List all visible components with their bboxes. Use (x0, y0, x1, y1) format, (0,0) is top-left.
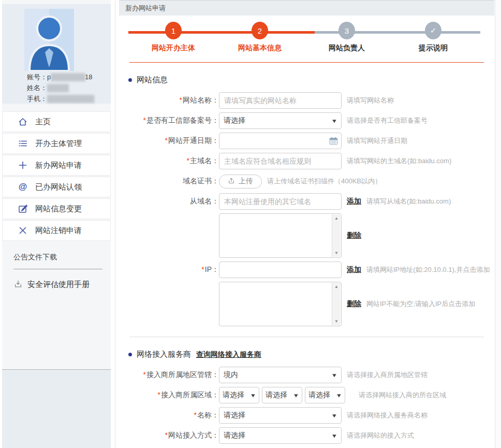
step-1-circle: 1 (165, 22, 182, 39)
sidebar-item-label: 已办网站认领 (35, 182, 82, 192)
security-manual-link[interactable]: 安全评估使用手册 (13, 279, 102, 290)
step-2-circle: 2 (252, 22, 268, 39)
required-mark: * (187, 156, 189, 165)
isp-name-hint: 请选择网络接入服务商名称 (347, 411, 428, 420)
name-line: 姓名：█████ (27, 82, 94, 93)
sidebar-item-subject-mgmt[interactable]: 开办主体管理 (2, 133, 111, 154)
row-site-name: *网站名称： 请填写网站名称 (119, 92, 494, 109)
sidebar-item-new-site[interactable]: 新办网站申请 (2, 155, 111, 176)
required-mark: * (143, 370, 146, 379)
sidebar-background: 账号：p████████18 姓名：█████ 手机：███████████ 主… (2, 0, 111, 448)
sub-domain-add-link[interactable]: 添加 (347, 197, 361, 206)
icp-select[interactable]: 请选择 ▼ (219, 112, 342, 129)
phone-line: 手机：███████████ (27, 93, 94, 104)
avatar (24, 9, 74, 71)
main-panel: 新办网站申请 1 网站开办主体 2 网站基本信息 3 网站负责人 ✓ 提示说明 … (119, 0, 494, 448)
sidebar: 账号：p████████18 姓名：█████ 手机：███████████ 主… (0, 0, 115, 448)
step-4-label: 提示说明 (397, 44, 469, 53)
step-1-label: 网站开办主体 (137, 44, 210, 53)
plus-icon (17, 160, 29, 170)
chevron-down-icon: ▼ (293, 393, 300, 398)
step-3-circle: 3 (338, 22, 355, 39)
row-region-type: *接入商所属地区管辖： 境内 ▼ 请选择接入商所属地区管辖 (119, 367, 494, 383)
open-date-input[interactable] (219, 133, 342, 149)
region-type-label: 接入商所属地区管辖： (146, 370, 219, 379)
sidebar-item-label: 主页 (35, 117, 51, 127)
account-line: 账号：p████████18 (27, 71, 94, 82)
upload-button[interactable]: 上传 (219, 175, 262, 189)
list-icon (17, 138, 29, 149)
name-redacted: █████ (47, 84, 68, 92)
sidebar-item-site-cancel[interactable]: 网站注销申请 (2, 220, 111, 241)
site-name-input[interactable] (219, 92, 342, 109)
scroll-down-icon[interactable]: ▼ (334, 317, 338, 325)
required-mark: * (194, 411, 197, 419)
calendar-icon[interactable] (329, 137, 338, 147)
domain-cert-label: 域名证书： (183, 177, 219, 185)
sidebar-item-label: 网站注销申请 (35, 226, 82, 236)
site-name-label: 网站名称： (183, 96, 219, 104)
row-main-domain: *主域名： 请填写网站的主域名(如:baidu.com) (119, 153, 494, 169)
breadcrumb: 新办网站申请 (119, 0, 494, 16)
ip-label: IP： (205, 265, 219, 273)
ip-input[interactable] (219, 262, 342, 278)
isp-name-select[interactable]: 请选择 ▼ (219, 407, 342, 424)
scroll-up-icon[interactable]: ▲ (334, 214, 338, 222)
download-section-title: 公告文件下载 (13, 253, 102, 269)
main-domain-label: 主域名： (190, 156, 219, 165)
upload-icon (228, 177, 235, 186)
sub-domain-delete-link[interactable]: 删除 (347, 231, 361, 240)
region-label: 接入商所属区域： (161, 391, 219, 399)
region-district-select[interactable]: 请选择 ▼ (305, 387, 345, 403)
access-type-hint: 请选择网站的接入方式 (347, 431, 414, 440)
download-icon (13, 279, 23, 290)
sidebar-item-site-change[interactable]: 网站信息变更 (2, 198, 111, 219)
section-divider (129, 337, 484, 337)
required-mark: * (165, 431, 168, 439)
required-mark: * (180, 96, 182, 104)
ip-listbox[interactable]: ▲ ▼ (219, 282, 342, 326)
section-title-site-info: 网站信息 (128, 75, 494, 85)
access-type-select[interactable]: 请选择 ▼ (219, 427, 342, 444)
row-ip: *IP： 添加 请填网站IP地址(如:20.10.0.1),并点击添加 (119, 262, 494, 278)
ip-add-link[interactable]: 添加 (347, 265, 361, 274)
isp-name-label: 名称： (197, 411, 219, 419)
sub-domain-listbox[interactable]: ▲ ▼ (219, 213, 342, 258)
ip-hint: 请填网站IP地址(如:20.10.0.1),并点击添加 (366, 265, 490, 274)
row-access-type: *网站接入方式： 请选择 ▼ 请选择网站的接入方式 (119, 427, 494, 444)
chevron-down-icon: ▼ (331, 118, 338, 124)
scroll-down-icon[interactable]: ▼ (334, 249, 338, 257)
ip-list-hint: 网站IP不能为空;请输入IP后点击添加 (366, 299, 475, 309)
sidebar-item-claim-site[interactable]: @ 已办网站认领 (2, 177, 111, 197)
region-type-select[interactable]: 境内 ▼ (219, 367, 342, 383)
query-isp-link[interactable]: 查询网络接入服务商 (196, 350, 261, 359)
page-scrollbar[interactable] (495, 0, 501, 448)
listbox-scrollbar[interactable]: ▲ ▼ (332, 283, 341, 325)
icp-label: 是否有工信部备案号： (146, 116, 219, 124)
sub-domain-input[interactable] (219, 193, 342, 210)
phone-redacted: ███████████ (47, 95, 94, 103)
step-3: 3 网站负责人 (311, 20, 383, 53)
scroll-up-icon[interactable]: ▲ (334, 283, 338, 291)
row-sub-domain: 从域名： 添加 请填写从域名(如:baidu.com) (119, 193, 494, 210)
row-isp-name: *名称： 请选择 ▼ 请选择网络接入服务商名称 (119, 407, 494, 424)
listbox-scrollbar[interactable]: ▲ ▼ (332, 214, 341, 257)
sub-domain-label: 从域名： (190, 197, 219, 205)
ip-delete-link[interactable]: 删除 (347, 299, 361, 309)
row-domain-cert: 域名证书： 上传 请上传域名证书扫描件（400KB以内） (119, 173, 494, 190)
main-domain-input[interactable] (219, 153, 342, 169)
region-province-select[interactable]: 请选择 ▼ (219, 387, 259, 403)
sidebar-item-home[interactable]: 主页 (2, 111, 111, 132)
chevron-down-icon: ▼ (331, 372, 338, 378)
row-sub-domain-list: ▲ ▼ 删除 (119, 213, 494, 258)
region-city-select[interactable]: 请选择 ▼ (262, 387, 302, 403)
sidebar-item-label: 网站信息变更 (35, 204, 82, 214)
edit-icon (17, 204, 29, 214)
open-date-hint: 请填写网站开通日期 (347, 136, 407, 146)
home-icon (17, 117, 29, 127)
row-open-date: *网站开通日期： 请填写网站开通日期 (119, 133, 494, 149)
region-hint: 请选择网站接入商的所在区域 (359, 391, 446, 400)
close-icon (17, 226, 29, 235)
download-section: 公告文件下载 安全评估使用手册 (13, 253, 102, 290)
main-domain-hint: 请填写网站的主域名(如:baidu.com) (347, 156, 451, 166)
